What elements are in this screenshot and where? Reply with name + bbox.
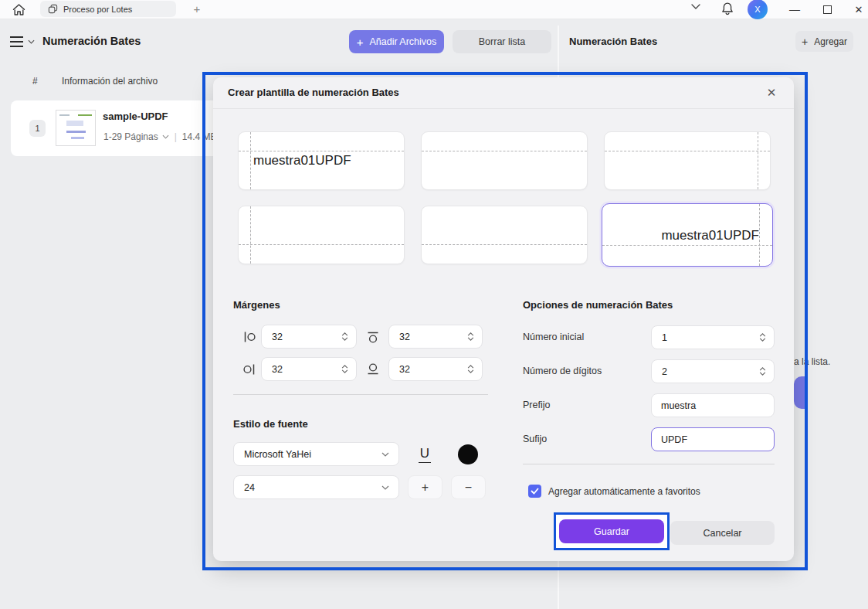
font-family-select[interactable]: Microsoft YaHei: [233, 442, 399, 466]
margin-bottom-icon: [366, 362, 380, 376]
partially-hidden-apply-button[interactable]: [794, 376, 806, 409]
preview-text: muestra01UPDF: [661, 228, 759, 243]
home-icon: [12, 3, 26, 17]
tab-proceso-por-lotes[interactable]: Proceso por Lotes: [40, 1, 176, 17]
underline-icon: U: [419, 446, 431, 463]
margin-guide: [422, 244, 587, 245]
create-bates-template-dialog: Crear plantilla de numeración Bates ✕ mu…: [213, 77, 794, 561]
stepper-arrows[interactable]: [467, 332, 474, 341]
minimize-button[interactable]: —: [783, 0, 806, 19]
stepper-arrows[interactable]: [341, 332, 348, 341]
suffix-label: Sufijo: [523, 434, 547, 444]
margin-top-icon: [366, 330, 380, 344]
margin-guide: [250, 206, 251, 264]
right-panel-title: Numeración Bates: [569, 36, 657, 47]
position-box-top-left[interactable]: muestra01UPDF: [238, 131, 405, 190]
margin-left-input[interactable]: 32: [261, 325, 357, 349]
margin-guide: [250, 132, 251, 189]
margin-right-icon: [242, 362, 256, 376]
add-template-button[interactable]: + Agregar: [795, 31, 853, 52]
hamburger-icon: [10, 36, 23, 46]
column-header-index: #: [32, 76, 38, 87]
close-button[interactable]: ✕: [847, 0, 868, 19]
cancel-button[interactable]: Cancelar: [670, 521, 775, 545]
prefix-input-wrap: [651, 393, 775, 417]
font-size-select[interactable]: 24: [233, 475, 399, 499]
suffix-input[interactable]: [661, 434, 765, 445]
chevron-down-icon: [162, 134, 169, 139]
page-title: Numeración Bates: [42, 35, 141, 47]
margin-guide: [605, 151, 770, 151]
chevron-down-icon: [381, 452, 389, 457]
plus-icon: +: [802, 36, 808, 48]
margin-left-icon: [242, 330, 256, 344]
bell-icon: [721, 2, 734, 17]
digits-label: Número de dígitos: [523, 366, 602, 376]
margin-guide: [239, 151, 404, 151]
margin-guide: [602, 245, 772, 246]
position-box-bottom-left[interactable]: [238, 206, 405, 264]
options-section-title: Opciones de numeración Bates: [523, 299, 673, 311]
favorites-checkbox[interactable]: [528, 485, 541, 498]
sidebar-menu-button[interactable]: [10, 35, 38, 49]
stepper-arrows[interactable]: [759, 333, 766, 342]
avatar[interactable]: X: [748, 0, 768, 19]
margins-section-title: Márgenes: [233, 299, 280, 311]
initial-number-label: Número inicial: [523, 332, 584, 342]
digits-input[interactable]: 2: [651, 359, 775, 383]
position-box-bottom-right-selected[interactable]: muestra01UPDF: [602, 203, 773, 267]
underline-button[interactable]: U: [412, 442, 437, 467]
font-color-picker[interactable]: [458, 444, 478, 464]
dialog-title: Crear plantilla de numeración Bates: [228, 87, 399, 98]
new-tab-button[interactable]: +: [190, 0, 204, 17]
suffix-input-wrap: [651, 427, 775, 451]
save-button-annotation: Guardar: [554, 512, 670, 550]
chevron-down-icon: [381, 485, 389, 490]
add-files-button[interactable]: + Añadir Archivos: [349, 30, 444, 53]
font-section-title: Estilo de fuente: [233, 418, 308, 430]
titlebar: Proceso por Lotes + X — ✕: [0, 0, 868, 19]
divider: [523, 464, 775, 464]
font-size-increase-button[interactable]: +: [408, 475, 442, 499]
plus-icon: +: [357, 36, 364, 49]
stepper-arrows[interactable]: [341, 365, 348, 373]
dialog-close-button[interactable]: ✕: [763, 84, 780, 101]
save-button[interactable]: Guardar: [559, 519, 664, 543]
favorites-checkbox-label: Agregar automáticamente a favoritos: [548, 486, 700, 497]
position-box-top-center[interactable]: [421, 131, 588, 190]
right-panel-hint-text: a la lista.: [794, 356, 830, 367]
margin-top-input[interactable]: 32: [388, 325, 483, 349]
page-range-select[interactable]: 1-29 Páginas: [103, 131, 169, 142]
stepper-arrows[interactable]: [467, 365, 474, 373]
preview-text: muestra01UPDF: [253, 153, 351, 168]
meta-divider: |: [175, 131, 177, 142]
file-size: 14.4 MB: [182, 131, 217, 142]
position-box-bottom-center[interactable]: [421, 206, 588, 264]
batch-process-icon: [48, 4, 58, 14]
checkmark-icon: [531, 488, 539, 495]
maximize-button[interactable]: [815, 0, 839, 19]
margin-guide: [239, 244, 404, 245]
margin-bottom-input[interactable]: 32: [388, 357, 483, 381]
notifications-button[interactable]: [721, 2, 734, 17]
margin-right-input[interactable]: 32: [261, 357, 357, 381]
margin-guide: [758, 132, 758, 189]
window-menu-chevron[interactable]: [690, 3, 701, 10]
tab-label: Proceso por Lotes: [63, 5, 132, 14]
file-name: sample-UPDF: [103, 111, 168, 122]
font-size-decrease-button[interactable]: −: [451, 475, 486, 499]
stepper-arrows[interactable]: [759, 367, 766, 376]
margin-guide: [759, 204, 760, 266]
clear-list-button[interactable]: Borrar lista: [453, 30, 551, 53]
chevron-down-icon: [28, 39, 35, 44]
prefix-label: Prefijo: [523, 400, 550, 410]
margin-guide: [422, 151, 587, 151]
home-button[interactable]: [10, 2, 27, 17]
divider: [213, 108, 794, 109]
file-index-badge: 1: [29, 120, 46, 137]
divider: [233, 394, 488, 395]
position-box-top-right[interactable]: [604, 131, 771, 190]
initial-number-input[interactable]: 1: [651, 325, 775, 349]
prefix-input[interactable]: [661, 400, 765, 411]
file-thumbnail: [56, 110, 96, 146]
